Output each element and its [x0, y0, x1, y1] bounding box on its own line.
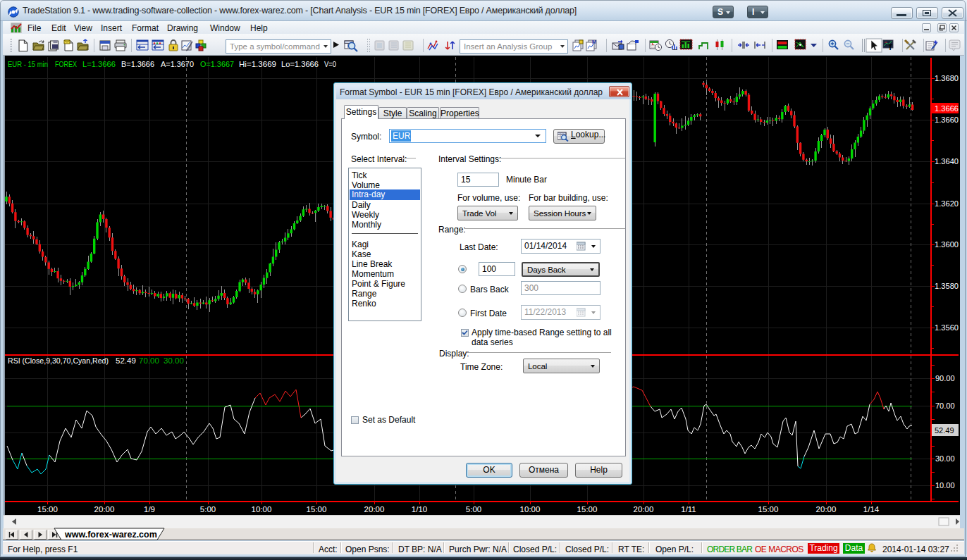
svg-text:EUR - 15 min: EUR - 15 min — [8, 60, 48, 68]
svg-text:5:00: 5:00 — [466, 505, 481, 514]
svg-text:30.00: 30.00 — [935, 454, 955, 463]
svg-text:L=1.3666: L=1.3666 — [82, 60, 116, 68]
svg-text:1.3660: 1.3660 — [935, 116, 959, 124]
svg-text:1.3580: 1.3580 — [935, 282, 959, 290]
svg-text:90.00: 90.00 — [935, 374, 955, 382]
svg-text:20:00: 20:00 — [364, 505, 385, 514]
svg-text:10.00: 10.00 — [935, 481, 955, 490]
svg-text:www.forex-warez.com: www.forex-warez.com — [64, 530, 157, 540]
svg-text:10:00: 10:00 — [252, 505, 272, 514]
svg-text:FOREX: FOREX — [55, 60, 78, 68]
svg-text:B=1.3666: B=1.3666 — [121, 60, 154, 68]
svg-text:1.3600: 1.3600 — [935, 240, 959, 249]
svg-text:1.3680: 1.3680 — [935, 74, 959, 82]
svg-text:1/11: 1/11 — [681, 505, 696, 514]
svg-text:5:00: 5:00 — [200, 505, 216, 514]
svg-text:1.3666: 1.3666 — [935, 104, 959, 113]
svg-text:1.3560: 1.3560 — [935, 323, 959, 332]
svg-text:1.3640: 1.3640 — [935, 157, 959, 166]
svg-text:52.49: 52.49 — [116, 356, 136, 365]
svg-text:20:00: 20:00 — [816, 505, 837, 514]
svg-text:O=1.3667: O=1.3667 — [200, 60, 234, 68]
svg-text:20:00: 20:00 — [94, 505, 115, 514]
svg-text:1/9: 1/9 — [144, 505, 155, 514]
svg-text:70.00: 70.00 — [139, 356, 159, 365]
svg-text:Hi=1.3669: Hi=1.3669 — [239, 60, 276, 68]
svg-text:M: M — [592, 39, 596, 44]
svg-text:30.00: 30.00 — [164, 356, 184, 365]
svg-text:15:00: 15:00 — [758, 505, 779, 514]
svg-text:15:00: 15:00 — [307, 505, 327, 514]
svg-text:70.00: 70.00 — [935, 402, 955, 410]
svg-text:10:00: 10:00 — [520, 505, 541, 514]
svg-text:15:00: 15:00 — [37, 505, 58, 514]
svg-text:15:00: 15:00 — [577, 505, 598, 514]
svg-text:A=1.3670: A=1.3670 — [161, 60, 194, 68]
svg-text:V=0: V=0 — [324, 60, 336, 68]
svg-text:1/14: 1/14 — [863, 505, 880, 514]
svg-text:1/10: 1/10 — [412, 505, 427, 514]
svg-text:1.3620: 1.3620 — [935, 199, 959, 208]
svg-text:T: T — [888, 44, 892, 51]
svg-text:Lo=1.3666: Lo=1.3666 — [281, 60, 319, 68]
svg-text:RSI (Close,9,30,70,Cyan,Red): RSI (Close,9,30,70,Cyan,Red) — [8, 356, 109, 365]
svg-text:52.49: 52.49 — [935, 426, 954, 435]
svg-text:20:00: 20:00 — [634, 505, 654, 514]
